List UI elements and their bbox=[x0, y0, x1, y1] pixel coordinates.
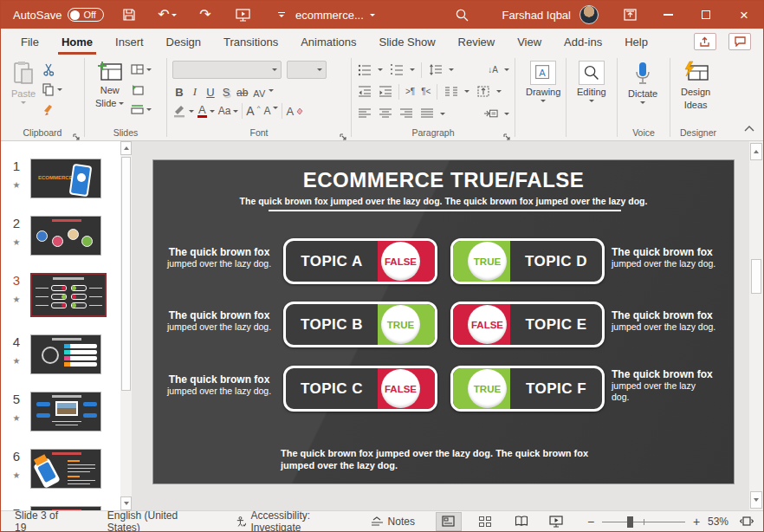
slide-title[interactable]: ECOMMERCE TRUE/FALSE bbox=[153, 168, 734, 192]
thumbnail-preview-3[interactable] bbox=[30, 273, 107, 317]
smartart-dropdown-icon[interactable] bbox=[504, 113, 509, 115]
font-color-dropdown-icon[interactable] bbox=[210, 110, 215, 113]
thumbnail-slide-6[interactable]: 6★ bbox=[8, 449, 101, 489]
design-ideas-button[interactable]: Design Ideas bbox=[676, 59, 715, 125]
new-slide-dropdown-icon[interactable] bbox=[119, 102, 124, 105]
row1-right-text[interactable]: The quick brown fox jumped over the lazy… bbox=[612, 247, 726, 269]
slide-subtitle[interactable]: The quick brown fox jumped over the lazy… bbox=[153, 196, 734, 206]
accessibility-status[interactable]: Accessibility: Investigate bbox=[227, 511, 362, 532]
tab-add-ins[interactable]: Add-ins bbox=[553, 29, 613, 55]
font-color-button[interactable]: A bbox=[197, 103, 215, 119]
highlight-dropdown-icon[interactable] bbox=[189, 110, 194, 113]
bullets-button[interactable] bbox=[357, 63, 372, 77]
topic-e-card[interactable]: FALSE TOPIC E bbox=[450, 302, 605, 347]
slide-editor[interactable]: ECOMMERCE TRUE/FALSE The quick brown fox… bbox=[153, 160, 734, 483]
row3-left-text[interactable]: The quick brown fox jumped over the lazy… bbox=[159, 374, 280, 397]
undo-button[interactable]: ↶ bbox=[154, 4, 180, 25]
increase-indent-button[interactable] bbox=[378, 85, 392, 99]
zoom-in-button[interactable]: + bbox=[690, 515, 702, 529]
reset-slide-button[interactable] bbox=[131, 81, 152, 97]
convert-to-smartart-button[interactable] bbox=[483, 107, 498, 120]
undo-dropdown-icon[interactable] bbox=[172, 14, 177, 16]
drawing-button[interactable]: A Drawing bbox=[521, 59, 566, 125]
minimize-button[interactable] bbox=[649, 1, 687, 29]
section-button[interactable] bbox=[131, 101, 152, 117]
thumb-scroll-up-button[interactable] bbox=[120, 141, 132, 155]
collapse-ribbon-icon[interactable] bbox=[744, 120, 754, 135]
notes-button[interactable]: Notes bbox=[362, 511, 424, 532]
character-spacing-button[interactable]: AV bbox=[251, 81, 267, 99]
italic-button[interactable]: I bbox=[188, 81, 202, 99]
thumbnail-slide-2[interactable]: 2★ bbox=[8, 216, 101, 256]
language-status[interactable]: English (United States) bbox=[99, 511, 213, 532]
comments-button[interactable] bbox=[728, 33, 751, 50]
zoom-slider[interactable] bbox=[602, 512, 685, 531]
slide-footer-text[interactable]: The quick brown fox jumped over the lazy… bbox=[281, 448, 620, 471]
change-case-button[interactable]: Aa bbox=[218, 103, 239, 119]
customize-qat-icon[interactable] bbox=[269, 4, 295, 25]
fit-slide-to-window-button[interactable] bbox=[734, 512, 760, 531]
close-button[interactable]: × bbox=[725, 1, 763, 29]
slide-sorter-view-button[interactable] bbox=[472, 512, 498, 531]
tab-design[interactable]: Design bbox=[155, 29, 212, 55]
bullets-dropdown-icon[interactable] bbox=[378, 68, 383, 71]
spacing-dropdown-icon[interactable] bbox=[269, 89, 274, 92]
maximize-button[interactable] bbox=[687, 1, 725, 29]
align-text-button[interactable] bbox=[476, 85, 490, 99]
thumbnail-slide-1[interactable]: 1★ ECOMMERCE bbox=[8, 159, 101, 198]
increase-font-button[interactable]: A^ bbox=[246, 103, 260, 119]
thumb-scroll-thumb[interactable] bbox=[121, 157, 131, 391]
thumbnail-preview-2[interactable] bbox=[30, 216, 101, 256]
font-dialog-launcher-icon[interactable] bbox=[340, 129, 348, 138]
drawing-dropdown-icon[interactable] bbox=[541, 100, 546, 102]
save-icon[interactable] bbox=[116, 4, 142, 25]
reading-view-button[interactable] bbox=[508, 512, 534, 531]
user-name[interactable]: Farshad Iqbal bbox=[502, 9, 572, 22]
slideshow-view-button[interactable] bbox=[543, 512, 569, 531]
topic-f-card[interactable]: TRUE TOPIC F bbox=[450, 366, 605, 412]
topic-a-card[interactable]: TOPIC A FALSE bbox=[283, 238, 437, 284]
text-direction-dropdown-icon[interactable] bbox=[504, 68, 509, 71]
section-dropdown-icon[interactable] bbox=[146, 108, 152, 111]
columns-button[interactable] bbox=[444, 85, 458, 99]
tab-animations[interactable]: Animations bbox=[289, 29, 367, 55]
user-avatar[interactable] bbox=[579, 5, 599, 24]
justify-dropdown-icon[interactable] bbox=[440, 113, 445, 115]
main-scroll-thumb[interactable] bbox=[751, 259, 761, 294]
highlight-color-button[interactable] bbox=[172, 103, 194, 119]
numbering-button[interactable] bbox=[389, 63, 404, 77]
align-right-button[interactable] bbox=[398, 107, 413, 120]
slide-indicator[interactable]: Slide 3 of 19 bbox=[1, 511, 76, 532]
document-title[interactable]: ecommerce... bbox=[295, 1, 375, 29]
thumbnail-preview-4[interactable] bbox=[30, 334, 101, 374]
ltr-paragraph-icon[interactable]: >¶ bbox=[405, 87, 415, 96]
tab-home[interactable]: Home bbox=[50, 29, 104, 55]
font-size-combo[interactable] bbox=[287, 61, 327, 79]
underline-button[interactable]: U bbox=[204, 81, 217, 99]
thumbnail-preview-6[interactable] bbox=[30, 449, 101, 489]
thumbnail-slide-3-selected[interactable]: 3★ bbox=[8, 273, 107, 317]
align-left-button[interactable] bbox=[357, 107, 372, 120]
share-button[interactable] bbox=[694, 33, 716, 50]
row1-left-text[interactable]: The quick brown fox jumped over the lazy… bbox=[159, 247, 280, 269]
editing-dropdown-icon[interactable] bbox=[589, 100, 594, 102]
row3-right-text[interactable]: The quick brown fox jumped over the lazy… bbox=[612, 369, 714, 403]
thumbnail-slide-5[interactable]: 5★ bbox=[8, 392, 101, 431]
bold-button[interactable]: B bbox=[172, 81, 186, 99]
columns-dropdown-icon[interactable] bbox=[464, 90, 469, 93]
topic-c-card[interactable]: TOPIC C FALSE bbox=[283, 366, 437, 412]
copy-button[interactable] bbox=[42, 81, 62, 97]
thumbnail-scrollbar[interactable] bbox=[120, 141, 132, 510]
text-shadow-button[interactable]: S bbox=[219, 81, 233, 99]
paste-button[interactable]: Paste bbox=[6, 59, 41, 125]
line-spacing-button[interactable] bbox=[428, 63, 443, 77]
paragraph-dialog-launcher-icon[interactable] bbox=[503, 129, 512, 138]
redo-button[interactable]: ↷ bbox=[192, 4, 218, 25]
new-slide-button[interactable]: New Slide bbox=[90, 59, 129, 125]
decrease-indent-button[interactable] bbox=[357, 85, 372, 99]
tab-view[interactable]: View bbox=[506, 29, 553, 55]
strikethrough-button[interactable]: ab bbox=[235, 81, 249, 99]
clear-formatting-button[interactable]: A bbox=[286, 103, 303, 119]
thumbnail-preview-5[interactable] bbox=[30, 392, 101, 431]
slide-canvas[interactable]: ECOMMERCE TRUE/FALSE The quick brown fox… bbox=[132, 141, 749, 510]
